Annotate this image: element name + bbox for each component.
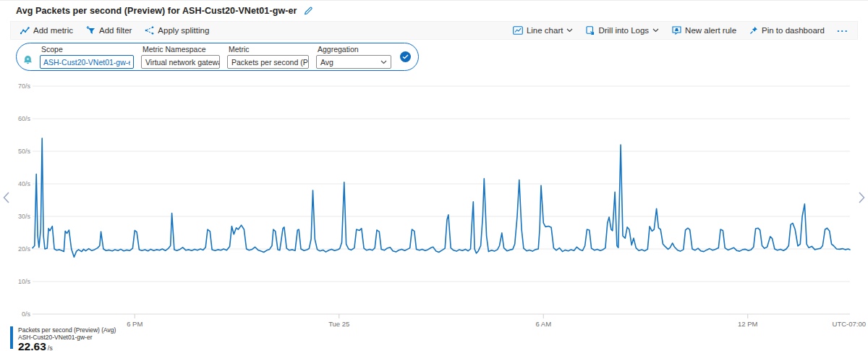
drill-into-logs-icon bbox=[586, 26, 595, 35]
toolbar-left-group: Add metric Add filter Apply splitting bbox=[14, 22, 216, 39]
more-options-button[interactable]: ··· bbox=[831, 22, 854, 39]
scope-label: Scope bbox=[41, 45, 134, 54]
aggregation-label: Aggregation bbox=[318, 45, 391, 54]
metric-dropdown[interactable]: Packets per second (Pre... bbox=[227, 55, 309, 69]
svg-text:20/s: 20/s bbox=[18, 245, 31, 253]
add-metric-label: Add metric bbox=[33, 26, 73, 35]
add-metric-icon bbox=[20, 27, 30, 35]
svg-text:30/s: 30/s bbox=[18, 213, 31, 220]
line-chart-icon bbox=[513, 26, 523, 35]
pin-icon bbox=[749, 26, 758, 35]
edit-title-icon[interactable] bbox=[303, 6, 313, 16]
chevron-down-icon bbox=[566, 28, 573, 33]
svg-text:6 PM: 6 PM bbox=[127, 320, 142, 328]
aggregation-dropdown[interactable]: Avg bbox=[316, 55, 391, 69]
legend-texts: Packets per second (Preview) (Avg) ASH-C… bbox=[18, 326, 116, 351]
scope-input[interactable] bbox=[40, 55, 134, 69]
toolbar-right-group: Line chart Drill into Logs New alert rul bbox=[506, 22, 854, 39]
apply-splitting-icon bbox=[145, 26, 154, 35]
drill-into-logs-label: Drill into Logs bbox=[598, 26, 649, 35]
metrics-chart[interactable]: 0/s10/s20/s30/s40/s50/s60/s70/s6 PMTue 2… bbox=[0, 73, 868, 328]
legend-unit: /s bbox=[48, 344, 53, 351]
metric-field: Metric Packets per second (Pre... bbox=[227, 45, 309, 69]
chevron-down-icon bbox=[652, 28, 659, 33]
new-alert-rule-icon bbox=[672, 26, 681, 35]
svg-text:40/s: 40/s bbox=[18, 180, 31, 187]
pin-to-dashboard-button[interactable]: Pin to dashboard bbox=[743, 22, 831, 39]
drill-into-logs-button[interactable]: Drill into Logs bbox=[579, 22, 665, 39]
chart-title: Avg Packets per second (Preview) for ASH… bbox=[16, 6, 297, 16]
legend-value-row: 22.63 /s bbox=[18, 342, 116, 351]
svg-text:UTC-07:00: UTC-07:00 bbox=[833, 320, 866, 328]
svg-text:70/s: 70/s bbox=[18, 83, 31, 90]
legend-color-bar bbox=[10, 326, 13, 349]
apply-splitting-button[interactable]: Apply splitting bbox=[138, 22, 216, 39]
add-filter-label: Add filter bbox=[99, 26, 132, 35]
svg-text:12 PM: 12 PM bbox=[738, 320, 758, 328]
new-alert-rule-label: New alert rule bbox=[685, 26, 736, 35]
metric-label: Metric bbox=[229, 45, 309, 54]
metric-selector-bar: Scope Metric Namespace Virtual network g… bbox=[16, 43, 419, 71]
scope-field: Scope bbox=[40, 45, 134, 69]
line-chart-button[interactable]: Line chart bbox=[506, 22, 580, 39]
namespace-dropdown[interactable]: Virtual network gatewa... bbox=[141, 55, 220, 69]
svg-text:0/s: 0/s bbox=[22, 310, 31, 318]
namespace-value: Virtual network gatewa... bbox=[145, 58, 220, 67]
line-chart-label: Line chart bbox=[527, 26, 563, 35]
chart-toolbar: Add metric Add filter Apply splitting bbox=[10, 21, 858, 40]
pin-to-dashboard-label: Pin to dashboard bbox=[762, 26, 825, 35]
legend-avg-value: 22.63 bbox=[18, 342, 46, 351]
scroll-left-chevron-icon[interactable] bbox=[2, 191, 10, 207]
add-metric-button[interactable]: Add metric bbox=[14, 22, 80, 39]
new-alert-rule-button[interactable]: New alert rule bbox=[665, 22, 743, 39]
add-filter-icon bbox=[86, 26, 95, 35]
svg-text:60/s: 60/s bbox=[18, 115, 31, 122]
metric-value: Packets per second (Pre... bbox=[231, 58, 309, 67]
svg-text:50/s: 50/s bbox=[18, 148, 31, 155]
scroll-right-chevron-icon[interactable] bbox=[858, 191, 866, 207]
title-row: Avg Packets per second (Preview) for ASH… bbox=[16, 6, 313, 16]
svg-text:10/s: 10/s bbox=[18, 278, 31, 285]
legend-series-label: Packets per second (Preview) (Avg) bbox=[18, 326, 116, 334]
aggregation-field: Aggregation Avg bbox=[316, 45, 391, 69]
metrics-widget: Avg Packets per second (Preview) for ASH… bbox=[0, 0, 868, 351]
namespace-field: Metric Namespace Virtual network gatewa.… bbox=[141, 45, 220, 69]
resource-scope-icon bbox=[23, 55, 33, 66]
namespace-label: Metric Namespace bbox=[142, 45, 220, 54]
legend-item[interactable]: Packets per second (Preview) (Avg) ASH-C… bbox=[10, 326, 116, 351]
chevron-down-icon bbox=[380, 60, 387, 64]
apply-splitting-label: Apply splitting bbox=[158, 26, 209, 35]
ellipsis-icon: ··· bbox=[837, 25, 848, 36]
add-filter-button[interactable]: Add filter bbox=[80, 22, 138, 39]
svg-text:6 AM: 6 AM bbox=[535, 320, 551, 328]
valid-check-icon bbox=[400, 51, 411, 62]
svg-text:Tue 25: Tue 25 bbox=[328, 320, 349, 328]
aggregation-value: Avg bbox=[320, 58, 333, 67]
